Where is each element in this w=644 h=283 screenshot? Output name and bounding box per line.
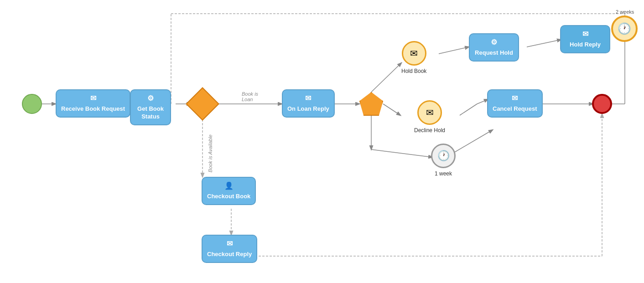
clock-icon2: 🕐 <box>437 150 450 162</box>
request-hold-node[interactable]: ⚙ Request Hold <box>469 33 519 62</box>
hold-reply-box[interactable]: ✉ Hold Reply <box>560 25 610 53</box>
hold-book-circle[interactable]: ✉ <box>402 41 426 66</box>
svg-line-15 <box>460 104 477 115</box>
book-is-available-label: Book is Available <box>208 134 213 172</box>
start-event <box>22 94 42 114</box>
on-loan-reply-box[interactable]: ✉ On Loan Reply <box>282 89 335 118</box>
receive-book-request-box[interactable]: ✉ Receive Book Request <box>56 89 130 118</box>
get-book-status-box[interactable]: ⚙ Get BookStatus <box>130 89 171 125</box>
svg-line-7 <box>383 104 400 115</box>
svg-line-6 <box>371 63 401 92</box>
timer-2weeks-circle: 🕐 <box>611 15 638 42</box>
checkout-reply-node[interactable]: ✉ Checkout Reply <box>202 235 257 263</box>
envelope-icon4: ✉ <box>582 30 588 39</box>
gateway1-container <box>191 92 214 116</box>
end-circle <box>592 94 612 114</box>
user-icon: 👤 <box>224 181 234 191</box>
gateway2-node <box>359 92 383 116</box>
gateway1-node <box>191 92 214 116</box>
hold-book-node[interactable]: ✉ Hold Book <box>401 41 426 74</box>
envelope-icon5: ✉ <box>426 107 434 118</box>
hold-book-label: Hold Book <box>401 68 426 74</box>
envelope-icon3: ✉ <box>410 48 418 59</box>
svg-line-16 <box>477 99 488 104</box>
end-event <box>592 94 612 114</box>
envelope-icon6: ✉ <box>512 94 518 103</box>
get-book-status-node[interactable]: ⚙ Get BookStatus <box>130 89 171 125</box>
gateway2-pentagon <box>359 92 383 116</box>
checkout-book-box[interactable]: 👤 Checkout Book <box>202 177 256 205</box>
gateway1-diamond <box>186 87 219 121</box>
receive-book-request-node[interactable]: ✉ Receive Book Request <box>56 89 130 118</box>
svg-line-10 <box>439 47 469 54</box>
book-is-loan-label: Book isLoan <box>242 91 258 102</box>
checkout-reply-box[interactable]: ✉ Checkout Reply <box>202 235 257 263</box>
checkout-book-node[interactable]: 👤 Checkout Book <box>202 177 256 205</box>
start-circle <box>22 94 42 114</box>
timer-1week-label: 1 week <box>435 170 452 177</box>
timer-2weeks-node: 2 weeks 🕐 <box>611 9 638 42</box>
timer-1week-circle: 🕐 <box>431 144 456 168</box>
gear-icon2: ⚙ <box>491 38 497 47</box>
timer-1week-node: 🕐 1 week <box>431 144 456 177</box>
timer-2weeks-label: 2 weeks <box>616 9 634 15</box>
decline-hold-node[interactable]: ✉ Decline Hold <box>414 100 445 134</box>
on-loan-reply-node[interactable]: ✉ On Loan Reply <box>282 89 335 118</box>
envelope-icon2: ✉ <box>305 94 311 103</box>
request-hold-box[interactable]: ⚙ Request Hold <box>469 33 519 62</box>
envelope-icon: ✉ <box>90 94 96 103</box>
decline-hold-circle[interactable]: ✉ <box>417 100 442 125</box>
cancel-request-node[interactable]: ✉ Cancel Request <box>487 89 543 118</box>
envelope-icon7: ✉ <box>227 239 233 249</box>
gateway2-container <box>359 92 383 116</box>
clock-icon: 🕐 <box>618 22 631 35</box>
gear-icon: ⚙ <box>147 94 154 103</box>
svg-line-9 <box>371 149 432 157</box>
hold-reply-node[interactable]: ✉ Hold Reply <box>560 25 610 53</box>
cancel-request-box[interactable]: ✉ Cancel Request <box>487 89 543 118</box>
decline-hold-label: Decline Hold <box>414 127 445 134</box>
svg-line-11 <box>527 40 561 47</box>
